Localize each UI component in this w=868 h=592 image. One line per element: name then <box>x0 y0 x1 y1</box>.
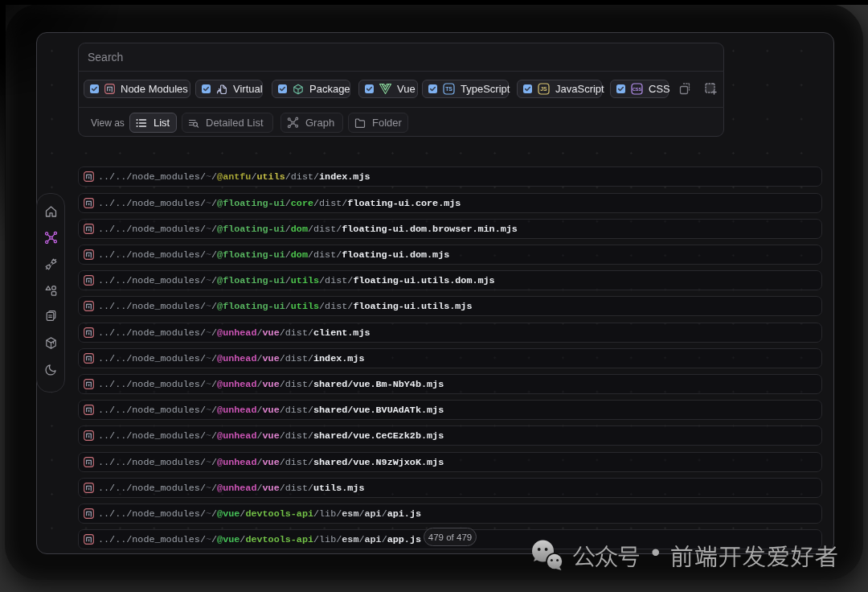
svg-text:CSS: CSS <box>632 87 641 92</box>
svg-text:JS: JS <box>540 86 547 92</box>
svg-text:TS: TS <box>445 86 452 92</box>
